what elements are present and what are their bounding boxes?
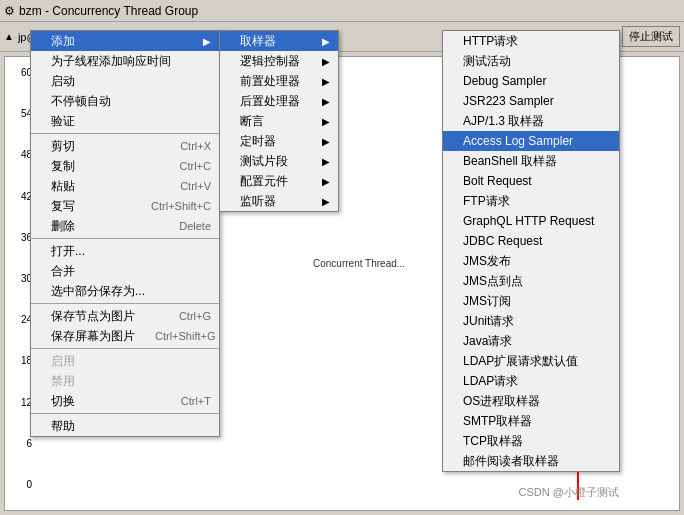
- menu-item-disable[interactable]: 禁用: [31, 371, 219, 391]
- menu-add-listener-label: 监听器: [240, 193, 276, 210]
- menu-sampler-mail-label: 邮件阅读者取样器: [463, 453, 559, 470]
- menu-item-toggle[interactable]: 切换 Ctrl+T: [31, 391, 219, 411]
- menu-item-add-arrow: ▶: [203, 36, 211, 47]
- menu-sampler-ftp-label: FTP请求: [463, 193, 510, 210]
- menu-add-post[interactable]: 后置处理器 ▶: [220, 91, 338, 111]
- context-menu-main: 添加 ▶ 为子线程添加响应时间 启动 不停顿自动 验证 剪切 Ctrl+X 复制…: [30, 30, 220, 437]
- menu-sampler-jmsp2p[interactable]: JMS点到点: [443, 271, 619, 291]
- menu-item-subthread[interactable]: 为子线程添加响应时间: [31, 51, 219, 71]
- menu-sampler-ldapext[interactable]: LDAP扩展请求默认值: [443, 351, 619, 371]
- menu-item-open-label: 打开...: [51, 243, 85, 260]
- menu-add-sampler-label: 取样器: [240, 33, 276, 50]
- menu-item-save-screen-img-label: 保存屏幕为图片: [51, 328, 135, 345]
- menu-sampler-testact[interactable]: 测试活动: [443, 51, 619, 71]
- menu-item-nobreak[interactable]: 不停顿自动: [31, 91, 219, 111]
- menu-sampler-jmspub-label: JMS发布: [463, 253, 511, 270]
- menu-add-assert[interactable]: 断言 ▶: [220, 111, 338, 131]
- menu-sampler-jmsp2p-label: JMS点到点: [463, 273, 523, 290]
- sep1: [31, 133, 219, 134]
- menu-add-pre[interactable]: 前置处理器 ▶: [220, 71, 338, 91]
- menu-item-copy-shortcut: Ctrl+C: [180, 160, 211, 172]
- menu-add-config-label: 配置元件: [240, 173, 288, 190]
- menu-item-add[interactable]: 添加 ▶: [31, 31, 219, 51]
- menu-sampler-jdbc[interactable]: JDBC Request: [443, 231, 619, 251]
- menu-sampler-tcp[interactable]: TCP取样器: [443, 431, 619, 451]
- menu-sampler-smtp[interactable]: SMTP取样器: [443, 411, 619, 431]
- menu-item-cut-shortcut: Ctrl+X: [180, 140, 211, 152]
- menu-sampler-jdbc-label: JDBC Request: [463, 234, 542, 248]
- y-label-0: 0: [26, 479, 32, 490]
- menu-sampler-tcp-label: TCP取样器: [463, 433, 523, 450]
- menu-sampler-os[interactable]: OS进程取样器: [443, 391, 619, 411]
- menu-sampler-accesslog[interactable]: Access Log Sampler: [443, 131, 619, 151]
- menu-item-nobreak-label: 不停顿自动: [51, 93, 111, 110]
- menu-add-pre-label: 前置处理器: [240, 73, 300, 90]
- menu-sampler-java[interactable]: Java请求: [443, 331, 619, 351]
- menu-sampler-beanshell[interactable]: BeanShell 取样器: [443, 151, 619, 171]
- top-bar-icon: ⚙: [4, 4, 15, 18]
- menu-add-logic[interactable]: 逻辑控制器 ▶: [220, 51, 338, 71]
- sep2: [31, 238, 219, 239]
- menu-sampler-jsr223[interactable]: JSR223 Sampler: [443, 91, 619, 111]
- menu-add-listener[interactable]: 监听器 ▶: [220, 191, 338, 211]
- menu-sampler-graphql[interactable]: GraphQL HTTP Request: [443, 211, 619, 231]
- menu-item-save-node-img[interactable]: 保存节点为图片 Ctrl+G: [31, 306, 219, 326]
- menu-sampler-accesslog-label: Access Log Sampler: [463, 134, 573, 148]
- menu-item-copy-label: 复制: [51, 158, 75, 175]
- menu-add-logic-label: 逻辑控制器: [240, 53, 300, 70]
- menu-item-merge[interactable]: 合并: [31, 261, 219, 281]
- menu-item-save-screen-img[interactable]: 保存屏幕为图片 Ctrl+Shift+G: [31, 326, 219, 346]
- menu-sampler-jsr223-label: JSR223 Sampler: [463, 94, 554, 108]
- menu-add-testfrag[interactable]: 测试片段 ▶: [220, 151, 338, 171]
- menu-item-enable[interactable]: 启用: [31, 351, 219, 371]
- menu-sampler-ldapext-label: LDAP扩展请求默认值: [463, 353, 578, 370]
- menu-item-delete[interactable]: 删除 Delete: [31, 216, 219, 236]
- menu-sampler-ajp[interactable]: AJP/1.3 取样器: [443, 111, 619, 131]
- menu-item-paste[interactable]: 粘贴 Ctrl+V: [31, 176, 219, 196]
- menu-sampler-ftp[interactable]: FTP请求: [443, 191, 619, 211]
- menu-add-pre-arrow: ▶: [322, 76, 330, 87]
- stop-test-button[interactable]: 停止测试: [622, 26, 680, 47]
- menu-sampler-debug-label: Debug Sampler: [463, 74, 546, 88]
- menu-item-validate[interactable]: 验证: [31, 111, 219, 131]
- menu-sampler-smtp-label: SMTP取样器: [463, 413, 532, 430]
- menu-sampler-jmssub-label: JMS订阅: [463, 293, 511, 310]
- sep3: [31, 303, 219, 304]
- menu-item-save-partial-label: 选中部分保存为...: [51, 283, 145, 300]
- menu-item-help[interactable]: 帮助: [31, 416, 219, 436]
- menu-item-subthread-label: 为子线程添加响应时间: [51, 53, 171, 70]
- menu-sampler-bolt[interactable]: Bolt Request: [443, 171, 619, 191]
- menu-sampler-debug[interactable]: Debug Sampler: [443, 71, 619, 91]
- menu-add-sampler[interactable]: 取样器 ▶: [220, 31, 338, 51]
- watermark: CSDN @小橙子测试: [519, 485, 619, 500]
- menu-item-duplicate[interactable]: 复写 Ctrl+Shift+C: [31, 196, 219, 216]
- menu-item-cut[interactable]: 剪切 Ctrl+X: [31, 136, 219, 156]
- menu-add-timer[interactable]: 定时器 ▶: [220, 131, 338, 151]
- menu-add-testfrag-arrow: ▶: [322, 156, 330, 167]
- menu-sampler-mail[interactable]: 邮件阅读者取样器: [443, 451, 619, 471]
- menu-item-save-partial[interactable]: 选中部分保存为...: [31, 281, 219, 301]
- menu-add-post-label: 后置处理器: [240, 93, 300, 110]
- menu-add-config[interactable]: 配置元件 ▶: [220, 171, 338, 191]
- menu-add-timer-label: 定时器: [240, 133, 276, 150]
- menu-item-copy[interactable]: 复制 Ctrl+C: [31, 156, 219, 176]
- menu-sampler-ldap[interactable]: LDAP请求: [443, 371, 619, 391]
- menu-sampler-ajp-label: AJP/1.3 取样器: [463, 113, 544, 130]
- menu-add-post-arrow: ▶: [322, 96, 330, 107]
- menu-sampler-jmspub[interactable]: JMS发布: [443, 251, 619, 271]
- menu-item-duplicate-label: 复写: [51, 198, 75, 215]
- menu-sampler-beanshell-label: BeanShell 取样器: [463, 153, 557, 170]
- menu-item-duplicate-shortcut: Ctrl+Shift+C: [151, 200, 211, 212]
- menu-item-disable-label: 禁用: [51, 373, 75, 390]
- menu-sampler-java-label: Java请求: [463, 333, 512, 350]
- toolbar-icon-jp: ▲: [4, 31, 14, 42]
- menu-sampler-jmssub[interactable]: JMS订阅: [443, 291, 619, 311]
- menu-item-cut-label: 剪切: [51, 138, 75, 155]
- menu-item-open[interactable]: 打开...: [31, 241, 219, 261]
- menu-sampler-ldap-label: LDAP请求: [463, 373, 518, 390]
- top-bar-title: bzm - Concurrency Thread Group: [19, 4, 198, 18]
- menu-item-start[interactable]: 启动: [31, 71, 219, 91]
- menu-item-save-screen-img-shortcut: Ctrl+Shift+G: [155, 330, 216, 342]
- menu-sampler-http[interactable]: HTTP请求: [443, 31, 619, 51]
- menu-sampler-junit[interactable]: JUnit请求: [443, 311, 619, 331]
